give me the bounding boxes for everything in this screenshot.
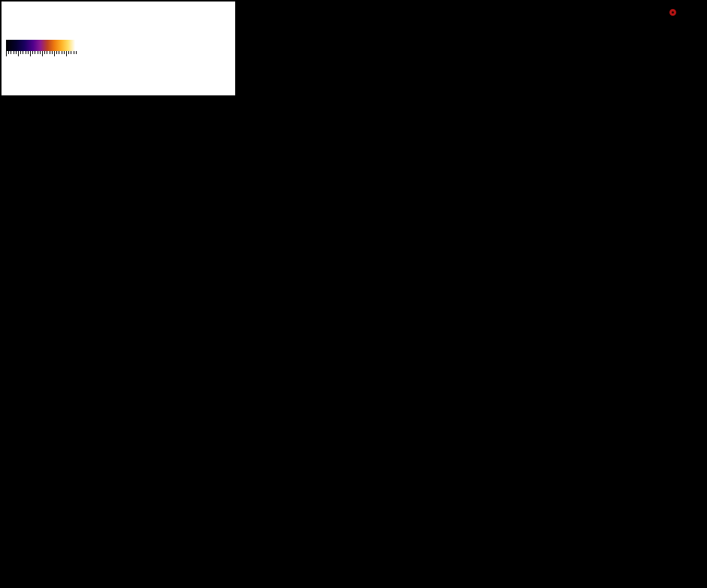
frequency-axis-canvas — [612, 0, 645, 588]
color-scale-labels — [6, 56, 77, 67]
color-scale-ruler — [6, 51, 77, 56]
color-scale-legend — [5, 38, 78, 68]
spectrogram-app-window — [0, 0, 707, 588]
spectrum-panel-canvas — [645, 0, 707, 588]
peak-marker-dot — [669, 9, 676, 16]
color-scale-gradient — [6, 40, 77, 51]
